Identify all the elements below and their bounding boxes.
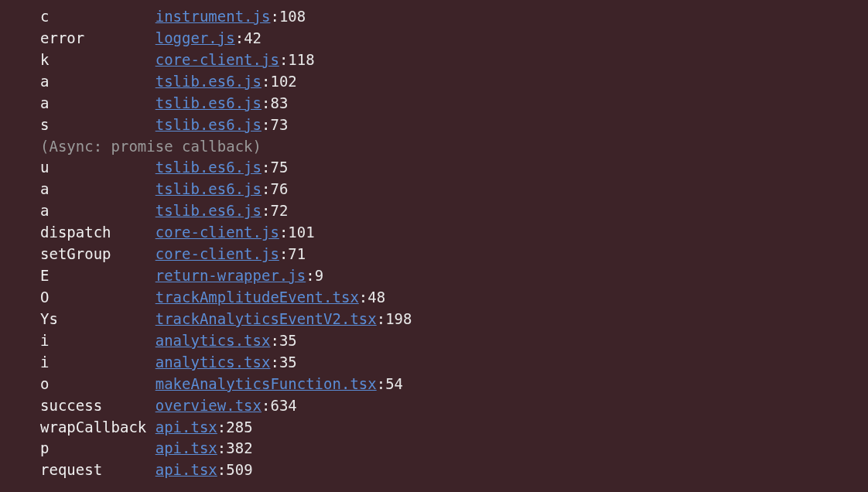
colon-separator: :	[306, 265, 314, 287]
stack-line-number: 634	[270, 395, 296, 417]
stack-function-name: a	[40, 200, 155, 222]
stack-line-number: 83	[270, 93, 288, 114]
stack-line-number: 509	[226, 460, 252, 481]
stack-row: dispatch core-client.js:101	[40, 222, 868, 244]
stack-source-link[interactable]: tslib.es6.js	[155, 200, 261, 222]
stack-line-number: 285	[226, 417, 252, 439]
stack-line-number: 108	[279, 6, 306, 28]
colon-separator: :	[359, 287, 367, 309]
stack-row: c instrument.js:108	[40, 6, 868, 28]
colon-separator: :	[377, 309, 385, 330]
stack-function-name: O	[40, 287, 155, 309]
stack-function-name: Ys	[40, 309, 155, 330]
stack-line-number: 72	[270, 200, 288, 222]
colon-separator: :	[217, 417, 226, 439]
colon-separator: :	[270, 352, 279, 374]
stack-source-link[interactable]: api.tsx	[155, 438, 217, 460]
stack-source-link[interactable]: instrument.js	[155, 6, 271, 28]
stack-source-link[interactable]: logger.js	[155, 28, 235, 50]
stack-source-link[interactable]: core-client.js	[155, 222, 279, 244]
stack-source-link[interactable]: trackAnalyticsEventV2.tsx	[155, 309, 377, 330]
stack-line-number: 35	[279, 330, 297, 352]
stack-source-link[interactable]: api.tsx	[155, 417, 217, 439]
stack-function-name: c	[40, 6, 155, 28]
stack-line-number: 42	[244, 28, 261, 50]
stack-source-link[interactable]: tslib.es6.js	[155, 157, 261, 179]
colon-separator: :	[279, 222, 288, 244]
stack-row: p api.tsx:382	[40, 438, 868, 460]
stack-function-name: E	[40, 265, 155, 287]
stack-function-name: i	[40, 330, 155, 352]
stack-row: wrapCallback api.tsx:285	[40, 417, 868, 439]
stack-function-name: a	[40, 93, 155, 114]
stack-function-name: dispatch	[40, 222, 155, 244]
colon-separator: :	[261, 200, 270, 222]
colon-separator: :	[261, 93, 270, 114]
colon-separator: :	[261, 114, 270, 136]
stack-row: a tslib.es6.js:83	[40, 93, 868, 114]
stack-function-name: s	[40, 114, 155, 136]
stack-row: o makeAnalyticsFunction.tsx:54	[40, 374, 868, 395]
stack-line-number: 101	[288, 222, 314, 244]
stack-function-name: k	[40, 50, 155, 71]
stack-source-link[interactable]: tslib.es6.js	[155, 93, 261, 114]
stack-function-name: a	[40, 179, 155, 200]
stack-source-link[interactable]: trackAmplitudeEvent.tsx	[155, 287, 359, 309]
stack-row: request api.tsx:509	[40, 460, 868, 481]
stack-function-name: request	[40, 460, 155, 481]
stack-line-number: 9	[315, 265, 323, 287]
colon-separator: :	[270, 330, 279, 352]
async-boundary-label: (Async: promise callback)	[40, 136, 261, 158]
stack-function-name: setGroup	[40, 244, 155, 265]
stack-trace: c instrument.js:108error logger.js:42k c…	[40, 6, 868, 481]
stack-row: a tslib.es6.js:72	[40, 200, 868, 222]
stack-source-link[interactable]: core-client.js	[155, 244, 279, 265]
stack-row: u tslib.es6.js:75	[40, 157, 868, 179]
stack-line-number: 382	[226, 438, 252, 460]
stack-row: O trackAmplitudeEvent.tsx:48	[40, 287, 868, 309]
stack-function-name: u	[40, 157, 155, 179]
stack-row: a tslib.es6.js:76	[40, 179, 868, 200]
stack-line-number: 73	[270, 114, 288, 136]
stack-line-number: 118	[288, 50, 314, 71]
stack-source-link[interactable]: overview.tsx	[155, 395, 261, 417]
colon-separator: :	[261, 179, 270, 200]
stack-function-name: p	[40, 438, 155, 460]
stack-source-link[interactable]: analytics.tsx	[155, 330, 271, 352]
stack-row: i analytics.tsx:35	[40, 352, 868, 374]
stack-row: setGroup core-client.js:71	[40, 244, 868, 265]
stack-line-number: 102	[270, 71, 296, 93]
colon-separator: :	[217, 438, 226, 460]
stack-row: i analytics.tsx:35	[40, 330, 868, 352]
stack-source-link[interactable]: makeAnalyticsFunction.tsx	[155, 374, 377, 395]
stack-row: (Async: promise callback)	[40, 136, 868, 158]
stack-line-number: 198	[385, 309, 412, 330]
stack-line-number: 48	[367, 287, 385, 309]
stack-line-number: 35	[279, 352, 297, 374]
stack-source-link[interactable]: tslib.es6.js	[155, 179, 261, 200]
colon-separator: :	[261, 395, 270, 417]
stack-function-name: wrapCallback	[40, 417, 155, 439]
colon-separator: :	[279, 244, 288, 265]
stack-function-name: i	[40, 352, 155, 374]
stack-source-link[interactable]: analytics.tsx	[155, 352, 271, 374]
stack-row: Ys trackAnalyticsEventV2.tsx:198	[40, 309, 868, 330]
stack-row: k core-client.js:118	[40, 50, 868, 71]
stack-source-link[interactable]: return-wrapper.js	[155, 265, 306, 287]
colon-separator: :	[217, 460, 226, 481]
stack-row: a tslib.es6.js:102	[40, 71, 868, 93]
colon-separator: :	[279, 50, 288, 71]
stack-row: error logger.js:42	[40, 28, 868, 50]
colon-separator: :	[261, 157, 270, 179]
stack-source-link[interactable]: core-client.js	[155, 50, 279, 71]
stack-source-link[interactable]: api.tsx	[155, 460, 217, 481]
stack-source-link[interactable]: tslib.es6.js	[155, 114, 261, 136]
stack-function-name: a	[40, 71, 155, 93]
stack-function-name: error	[40, 28, 155, 50]
stack-source-link[interactable]: tslib.es6.js	[155, 71, 261, 93]
colon-separator: :	[270, 6, 279, 28]
stack-line-number: 76	[270, 179, 288, 200]
stack-line-number: 54	[385, 374, 403, 395]
colon-separator: :	[261, 71, 270, 93]
stack-row: s tslib.es6.js:73	[40, 114, 868, 136]
